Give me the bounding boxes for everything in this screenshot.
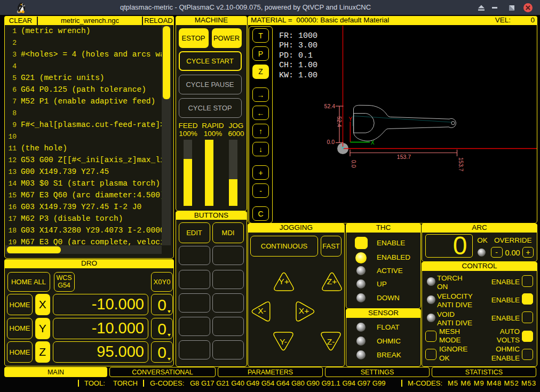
svg-text:Y-: Y-	[280, 337, 287, 346]
svg-text:Y: Y	[348, 116, 352, 122]
svg-text:Z-: Z-	[327, 337, 335, 346]
svg-text:Y+: Y+	[279, 277, 289, 286]
svg-text:Z+: Z+	[327, 277, 337, 286]
svg-text:0.0: 0.0	[327, 139, 335, 145]
svg-text:0.0: 0.0	[351, 160, 357, 168]
svg-text:153.7: 153.7	[458, 157, 464, 171]
svg-text:X-: X-	[258, 306, 266, 315]
svg-text:153.7: 153.7	[397, 154, 411, 160]
svg-text:52.4: 52.4	[324, 103, 336, 109]
svg-text:52.4: 52.4	[336, 116, 343, 127]
svg-text:X+: X+	[299, 306, 309, 315]
